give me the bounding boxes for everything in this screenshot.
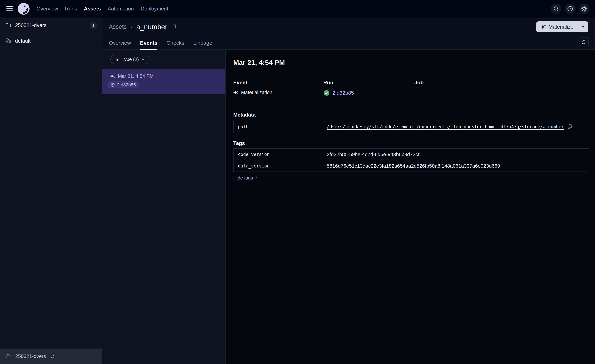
metadata-key: path	[234, 120, 323, 133]
top-nav: Overview Runs Assets Automation Deployme…	[0, 0, 595, 17]
sparkle-icon	[541, 24, 546, 30]
event-column: Event Materialization	[233, 80, 323, 96]
materialize-button[interactable]: Materialize	[536, 21, 578, 32]
materialize-dropdown-button[interactable]	[578, 21, 588, 32]
type-filter-button[interactable]: Type (2)	[110, 55, 149, 64]
filter-funnel-icon	[115, 57, 120, 62]
table-row: code_version 2fd32b85-59be-4d7d-8d6e-943…	[234, 148, 589, 160]
tag-key: data_version	[234, 160, 323, 172]
dagster-app: Overview Runs Assets Automation Deployme…	[0, 0, 595, 364]
run-label: Run	[323, 80, 414, 86]
tag-value: 2fd32b85-59be-4d7d-8d6e-943b6b3d73cf	[323, 148, 589, 160]
tag-key: code_version	[234, 148, 323, 160]
settings-gear-icon[interactable]	[579, 4, 589, 14]
footer-code-location-label: 250321-dvers	[15, 353, 46, 359]
materialization-sparkle-icon	[110, 74, 115, 79]
nav-item-runs[interactable]: Runs	[65, 5, 77, 13]
caret-up-icon	[255, 176, 258, 180]
chevron-right-icon	[129, 24, 134, 29]
folder-icon	[5, 22, 11, 28]
nav-item-assets[interactable]: Assets	[84, 5, 101, 13]
event-run-pill[interactable]: 2fd32b85	[107, 81, 139, 88]
run-id-link[interactable]: 2fd32b85	[332, 90, 354, 96]
hide-tags-label: Hide tags	[233, 175, 253, 181]
asset-catalog-sidebar: 250321-dvers 1 default 250321-dvers	[0, 17, 102, 364]
asset-page-header: Assets a_number	[102, 17, 595, 50]
event-detail-panel: Mar 21, 4:54 PM Event Materialization	[226, 50, 595, 364]
run-column: Run 2fd32b85	[323, 80, 414, 96]
asset-group-label: default	[15, 38, 30, 44]
asset-tabs: Overview Events Checks Lineage	[102, 36, 595, 50]
event-run-id: 2fd32b85	[117, 82, 136, 87]
asset-count-badge: 1	[90, 22, 97, 29]
table-row: data_version 5816d76e51c13dac22e3fa182a6…	[234, 160, 589, 172]
type-filter-label: Type (2)	[122, 57, 139, 62]
folder-icon	[6, 353, 12, 359]
run-value: 2fd32b85	[323, 90, 414, 96]
event-label: Event	[233, 80, 323, 86]
job-value: —	[414, 90, 595, 95]
materialize-split-button: Materialize	[536, 21, 588, 32]
sidebar-item-asset-group[interactable]: default	[0, 34, 102, 49]
tab-overview[interactable]: Overview	[109, 36, 131, 49]
nav-actions: ?	[551, 4, 589, 14]
run-success-icon	[323, 90, 330, 96]
reload-location-icon[interactable]	[50, 354, 55, 359]
divider	[226, 73, 595, 73]
metadata-heading: Metadata	[233, 112, 595, 118]
event-list-item-selected[interactable]: Mar 21, 4:54 PM 2fd32b85	[102, 69, 226, 94]
search-icon[interactable]	[551, 4, 561, 14]
breadcrumb-assets-link[interactable]: Assets	[109, 23, 127, 30]
primary-nav: Overview Runs Assets Automation Deployme…	[36, 5, 169, 13]
menu-icon[interactable]	[6, 6, 14, 12]
page-title: a_number	[136, 23, 167, 31]
copy-asset-name-icon[interactable]	[171, 24, 177, 30]
metadata-spacer-cell	[580, 120, 589, 133]
chevron-down-icon	[141, 57, 145, 61]
table-row: path /Users/smackesey/stm/code/elementl/…	[234, 120, 589, 133]
asset-group-icon	[5, 38, 11, 44]
copy-path-icon[interactable]	[567, 124, 572, 129]
job-label: Job	[414, 80, 595, 86]
tab-checks[interactable]: Checks	[166, 36, 184, 49]
event-timestamp-row: Mar 21, 4:54 PM	[110, 73, 226, 79]
tags-table: code_version 2fd32b85-59be-4d7d-8d6e-943…	[233, 148, 589, 172]
sidebar-item-code-location[interactable]: 250321-dvers 1	[0, 17, 102, 34]
nav-item-automation[interactable]: Automation	[107, 5, 134, 13]
materialize-label: Materialize	[548, 24, 574, 30]
help-icon[interactable]: ?	[565, 4, 575, 14]
sidebar-footer: 250321-dvers	[0, 349, 102, 364]
dagster-logo-icon[interactable]	[18, 3, 30, 15]
tags-heading: Tags	[233, 140, 595, 146]
tag-value: 5816d76e51c13dac22e3fa182a654aa2d526fb50…	[323, 160, 589, 172]
nav-item-deployment[interactable]: Deployment	[140, 5, 169, 13]
breadcrumb: Assets a_number	[102, 17, 595, 36]
events-list-panel: Type (2) Mar 21, 4:54 PM	[102, 50, 226, 364]
nav-item-overview[interactable]: Overview	[36, 5, 58, 13]
event-type-text: Materialization	[241, 90, 272, 95]
refresh-icon[interactable]	[579, 37, 589, 47]
metadata-table: path /Users/smackesey/stm/code/elementl/…	[233, 120, 589, 133]
run-target-icon	[110, 83, 115, 87]
caret-down-icon	[581, 25, 586, 29]
code-location-label: 250321-dvers	[15, 22, 47, 28]
event-detail-title: Mar 21, 4:54 PM	[233, 59, 595, 67]
tab-events[interactable]: Events	[140, 36, 158, 49]
tab-lineage[interactable]: Lineage	[193, 36, 212, 49]
event-timestamp: Mar 21, 4:54 PM	[118, 73, 154, 79]
metadata-value: /Users/smackesey/stm/code/elementl/exper…	[323, 120, 580, 133]
events-filter-row: Type (2)	[102, 50, 226, 69]
path-link[interactable]: /Users/smackesey/stm/code/elementl/exper…	[327, 124, 564, 129]
hide-tags-link[interactable]: Hide tags	[233, 175, 258, 181]
event-summary-grid: Event Materialization Run	[233, 80, 595, 96]
svg-text:?: ?	[569, 7, 571, 10]
event-value: Materialization	[233, 90, 323, 95]
materialization-sparkle-icon	[233, 90, 239, 95]
job-column: Job —	[414, 80, 595, 96]
